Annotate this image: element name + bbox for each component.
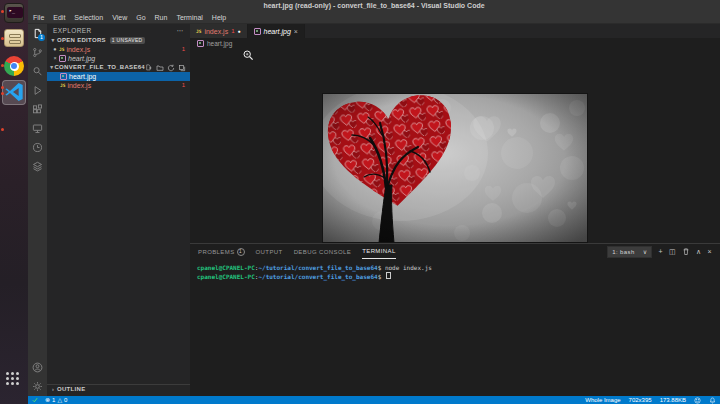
tab-terminal[interactable]: TERMINAL xyxy=(362,244,396,259)
source-control-icon[interactable] xyxy=(28,43,47,62)
tests-icon[interactable] xyxy=(28,138,47,157)
modified-dot-icon: ● xyxy=(51,45,59,54)
open-editor-index-js[interactable]: ● JS index.js 1 xyxy=(47,45,190,54)
tab-output[interactable]: OUTPUT xyxy=(256,244,283,259)
more-actions-icon[interactable]: ⋯ xyxy=(177,24,185,36)
open-editors-header[interactable]: ▾ OPEN EDITORS 1 UNSAVED xyxy=(47,36,190,45)
menu-bar: File Edit Selection View Go Run Terminal… xyxy=(28,12,720,24)
image-file-icon xyxy=(59,55,66,62)
breadcrumb[interactable]: heart.jpg xyxy=(190,38,720,48)
running-indicator xyxy=(1,128,4,131)
terminal-command: node index.js xyxy=(385,264,432,271)
extensions-icon[interactable] xyxy=(28,100,47,119)
js-file-icon: JS xyxy=(59,45,64,54)
menu-edit[interactable]: Edit xyxy=(53,14,65,21)
tab-index-js[interactable]: JS index.js 1 ● xyxy=(190,24,248,38)
outline-header[interactable]: › OUTLINE xyxy=(47,384,192,394)
problems-count: 1 xyxy=(182,81,185,90)
menu-file[interactable]: File xyxy=(33,14,44,21)
unsaved-badge: 1 UNSAVED xyxy=(110,37,145,44)
new-folder-icon[interactable] xyxy=(156,64,164,72)
js-file-icon: JS xyxy=(60,81,65,90)
kill-terminal-icon[interactable] xyxy=(682,247,690,256)
run-and-debug-icon[interactable] xyxy=(28,81,47,100)
layers-icon[interactable] xyxy=(28,157,47,176)
terminal-output[interactable]: cpanel@CPANEL-PC:~/tutorial/convert_file… xyxy=(190,259,720,280)
image-file-icon xyxy=(60,73,67,80)
settings-gear-icon[interactable] xyxy=(28,377,47,396)
explorer-sidebar: EXPLORER ⋯ ▾ OPEN EDITORS 1 UNSAVED ● JS… xyxy=(47,24,190,396)
zoom-mode-status[interactable]: Whole Image xyxy=(585,396,620,404)
status-bar: ⊗ 1 △ 0 Whole Image 702x395 173.88KB xyxy=(28,396,720,404)
problems-badge: 1 xyxy=(237,248,245,256)
image-dimensions-status: 702x395 xyxy=(629,396,652,404)
chrome-app-icon[interactable] xyxy=(4,56,24,76)
refresh-icon[interactable] xyxy=(167,64,175,72)
new-terminal-icon[interactable]: + xyxy=(658,247,663,257)
collapse-all-icon[interactable] xyxy=(178,64,186,72)
image-size-status: 173.88KB xyxy=(660,396,686,404)
zoom-cursor-icon xyxy=(243,50,254,61)
tab-problems[interactable]: PROBLEMS 1 xyxy=(198,244,245,259)
tab-debug-console[interactable]: DEBUG CONSOLE xyxy=(294,244,352,259)
close-panel-icon[interactable]: × xyxy=(708,247,713,257)
terminal-line: cpanel@CPANEL-PC:~/tutorial/convert_file… xyxy=(197,264,720,272)
heart-tree-image[interactable] xyxy=(322,93,588,243)
desktop: ▸_ heart.jpg (read-only) - convert_file_… xyxy=(0,0,720,404)
error-icon: ⊗ xyxy=(45,396,50,404)
image-file-icon xyxy=(197,40,204,47)
account-icon[interactable] xyxy=(28,358,47,377)
chevron-down-icon: ▾ xyxy=(49,36,57,45)
file-index-js[interactable]: JS index.js 1 xyxy=(47,81,190,90)
files-app-icon[interactable] xyxy=(4,29,24,47)
menu-selection[interactable]: Selection xyxy=(74,14,103,21)
shell-selector[interactable]: 1: bash ∨ xyxy=(607,246,652,258)
terminal-line: cpanel@CPANEL-PC:~/tutorial/convert_file… xyxy=(197,272,720,280)
image-file-icon xyxy=(254,28,261,35)
close-icon[interactable]: × xyxy=(51,54,59,63)
explorer-icon[interactable]: 1 xyxy=(28,24,47,43)
feedback-smiley-icon[interactable] xyxy=(694,397,701,404)
problems-count: 1 xyxy=(182,45,185,54)
file-heart-jpg[interactable]: heart.jpg xyxy=(47,72,190,81)
tab-bar: JS index.js 1 ● heart.jpg × xyxy=(190,24,720,38)
vscode-app-icon[interactable] xyxy=(4,82,24,102)
panel-tab-bar: PROBLEMS 1 OUTPUT DEBUG CONSOLE TERMINAL… xyxy=(190,244,720,259)
activity-bar: 1 xyxy=(28,24,47,396)
close-icon[interactable]: × xyxy=(294,28,298,35)
chevron-down-icon: ∨ xyxy=(643,247,648,257)
menu-go[interactable]: Go xyxy=(136,14,145,21)
warning-icon: △ xyxy=(57,396,62,404)
new-file-icon[interactable] xyxy=(145,64,153,72)
sidebar-title: EXPLORER ⋯ xyxy=(47,24,190,36)
problems-status[interactable]: ⊗ 1 △ 0 xyxy=(45,396,67,404)
js-file-icon: JS xyxy=(196,29,201,34)
open-editor-heart-jpg[interactable]: × heart.jpg xyxy=(47,54,190,63)
bottom-panel: PROBLEMS 1 OUTPUT DEBUG CONSOLE TERMINAL… xyxy=(190,243,720,396)
tab-heart-jpg[interactable]: heart.jpg × xyxy=(248,24,305,38)
notifications-bell-icon[interactable] xyxy=(709,397,716,404)
menu-run[interactable]: Run xyxy=(155,14,168,21)
split-terminal-icon[interactable]: ◫ xyxy=(669,247,676,257)
menu-help[interactable]: Help xyxy=(212,14,226,21)
editor-area: JS index.js 1 ● heart.jpg × heart.jpg xyxy=(190,24,720,396)
remote-indicator[interactable] xyxy=(32,397,38,403)
explorer-badge: 1 xyxy=(38,34,45,41)
problems-count: 1 xyxy=(231,28,234,34)
modified-dot-icon: ● xyxy=(238,28,241,34)
menu-view[interactable]: View xyxy=(112,14,127,21)
folder-header[interactable]: ▾ CONVERT_FILE_TO_BASE64 xyxy=(47,63,190,72)
maximize-panel-icon[interactable]: ∧ xyxy=(696,247,702,257)
search-icon[interactable] xyxy=(28,62,47,81)
ubuntu-dock: ▸_ xyxy=(0,0,28,404)
terminal-app-icon[interactable]: ▸_ xyxy=(4,3,24,23)
terminal-cursor xyxy=(386,272,391,280)
remote-explorer-icon[interactable] xyxy=(28,119,47,138)
image-preview-pane[interactable] xyxy=(190,48,720,243)
window-title: heart.jpg (read-only) - convert_file_to_… xyxy=(28,0,720,12)
show-applications-button[interactable] xyxy=(6,372,22,388)
menu-terminal[interactable]: Terminal xyxy=(176,14,202,21)
chevron-right-icon: › xyxy=(49,385,57,394)
